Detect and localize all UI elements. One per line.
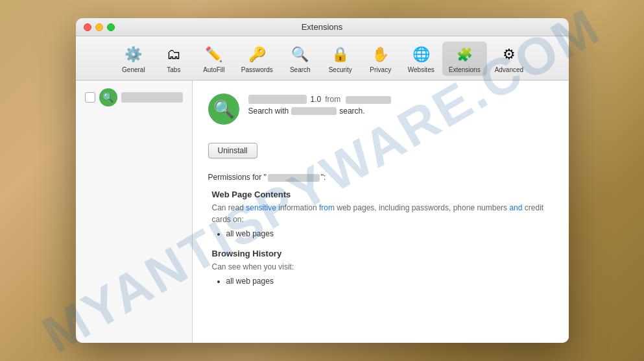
security-label: Security <box>329 66 352 73</box>
extension-name-redacted <box>121 92 183 103</box>
traffic-lights <box>84 23 115 31</box>
perm-browsing-list: all web pages <box>212 277 553 286</box>
permissions-name-bar <box>268 174 320 182</box>
window-title: Extensions <box>302 22 343 32</box>
websites-label: Websites <box>408 66 435 73</box>
toolbar: ⚙️ General 🗂 Tabs ✏️ AutoFill 🔑 Password… <box>76 36 569 81</box>
extension-info: 1.0 from Search with search. <box>248 93 553 116</box>
extension-search-row: Search with search. <box>248 106 553 116</box>
toolbar-item-extensions[interactable]: 🧩 Extensions <box>442 42 487 76</box>
extension-name-bar <box>248 95 307 104</box>
maximize-button[interactable] <box>107 23 115 31</box>
safari-preferences-window: Extensions ⚙️ General 🗂 Tabs ✏️ AutoFill… <box>76 18 569 343</box>
extensions-label: Extensions <box>449 66 481 73</box>
general-icon: ⚙️ <box>123 44 144 65</box>
permissions-section: Permissions for "": Web Page Contents Ca… <box>208 173 553 286</box>
advanced-label: Advanced <box>495 66 523 73</box>
toolbar-item-autofill[interactable]: ✏️ AutoFill <box>195 42 233 76</box>
sidebar-extension-item[interactable]: 🔍 <box>81 86 187 109</box>
extension-sidebar-icon: 🔍 <box>99 88 117 106</box>
toolbar-item-general[interactable]: ⚙️ General <box>114 42 153 76</box>
minimize-button[interactable] <box>95 23 103 31</box>
perm-sensitive-link[interactable]: sensitive <box>246 203 276 212</box>
passwords-icon: 🔑 <box>246 44 267 65</box>
extension-from: from <box>325 95 390 104</box>
title-bar: Extensions <box>76 18 569 36</box>
permissions-header: Permissions for "": <box>208 173 553 182</box>
perm-browsing-all-pages: all web pages <box>226 277 553 286</box>
security-icon: 🔒 <box>330 44 351 65</box>
sidebar: 🔍 <box>76 81 193 343</box>
close-button[interactable] <box>84 23 91 31</box>
general-label: General <box>122 66 145 73</box>
extensions-icon: 🧩 <box>454 44 475 65</box>
websites-icon: 🌐 <box>411 44 431 65</box>
toolbar-item-privacy[interactable]: ✋ Privacy <box>361 42 400 76</box>
passwords-label: Passwords <box>241 66 273 73</box>
content-area: 🔍 🔍 1.0 from <box>76 81 569 343</box>
autofill-icon: ✏️ <box>204 44 224 65</box>
perm-web-all-pages: all web pages <box>226 229 553 238</box>
extension-header: 🔍 1.0 from Search with search. <box>208 93 553 125</box>
advanced-icon: ⚙ <box>499 44 519 65</box>
privacy-label: Privacy <box>370 66 391 73</box>
extension-title-row: 1.0 from <box>248 95 553 104</box>
extension-icon: 🔍 <box>208 93 239 125</box>
perm-and-link[interactable]: and <box>509 203 522 212</box>
uninstall-button[interactable]: Uninstall <box>208 143 257 158</box>
tabs-label: Tabs <box>167 66 180 73</box>
perm-group-web-contents: Web Page Contents Can read sensitive inf… <box>208 190 553 238</box>
privacy-icon: ✋ <box>370 44 391 65</box>
toolbar-item-advanced[interactable]: ⚙ Advanced <box>488 42 530 76</box>
perm-from-link[interactable]: from <box>319 203 335 212</box>
perm-web-contents-title: Web Page Contents <box>212 190 553 199</box>
perm-web-contents-desc: Can read sensitive information from web … <box>212 202 553 225</box>
perm-web-contents-list: all web pages <box>212 229 553 238</box>
extension-from-bar <box>346 96 391 104</box>
perm-browsing-title: Browsing History <box>212 249 553 258</box>
extension-version: 1.0 <box>311 95 322 104</box>
extension-search-name-bar <box>291 107 337 115</box>
extension-checkbox[interactable] <box>85 92 95 103</box>
perm-browsing-desc: Can see when you visit: <box>212 261 553 273</box>
toolbar-item-passwords[interactable]: 🔑 Passwords <box>235 42 280 76</box>
autofill-label: AutoFill <box>203 66 224 73</box>
toolbar-item-search[interactable]: 🔍 Search <box>281 42 320 76</box>
perm-group-browsing-history: Browsing History Can see when you visit:… <box>208 249 553 286</box>
main-panel: 🔍 1.0 from Search with search. <box>193 81 569 343</box>
search-label: Search <box>290 66 311 73</box>
tabs-icon: 🗂 <box>163 44 184 65</box>
toolbar-item-tabs[interactable]: 🗂 Tabs <box>154 42 193 76</box>
toolbar-item-websites[interactable]: 🌐 Websites <box>401 42 441 76</box>
search-icon: 🔍 <box>290 44 311 65</box>
toolbar-item-security[interactable]: 🔒 Security <box>321 42 360 76</box>
